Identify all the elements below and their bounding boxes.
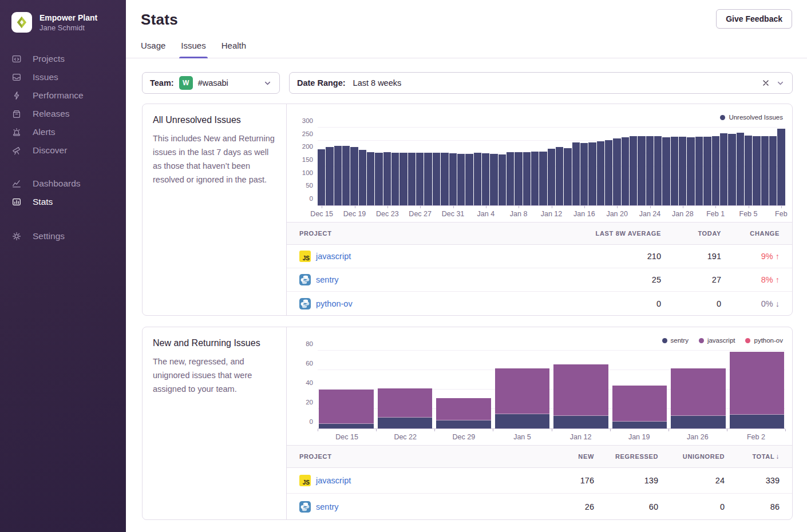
bar bbox=[556, 147, 563, 205]
project-link-sentry[interactable]: sentry bbox=[316, 502, 339, 511]
project-link-sentry[interactable]: sentry bbox=[316, 275, 339, 284]
new-returning-issues-table: PROJECTNEWREGRESSEDUNIGNOREDTOTAL↓JSjava… bbox=[287, 445, 792, 519]
sidebar-item-dashboards[interactable]: Dashboards bbox=[0, 174, 126, 193]
column-header-new: NEW bbox=[540, 453, 594, 460]
sidebar-item-settings[interactable]: Settings bbox=[0, 227, 126, 245]
tab-issues[interactable]: Issues bbox=[181, 41, 205, 58]
bar-segment-sentry bbox=[553, 416, 608, 428]
x-tick bbox=[318, 429, 318, 431]
x-tick bbox=[749, 206, 749, 208]
project-link-python-ov[interactable]: python-ov bbox=[316, 299, 353, 308]
legend-item-unresolved-issues[interactable]: Unresolved Issues bbox=[720, 114, 783, 121]
bar bbox=[630, 136, 637, 205]
bar bbox=[597, 141, 604, 205]
x-tick bbox=[387, 206, 388, 208]
chevron-down-icon[interactable] bbox=[776, 79, 785, 88]
tab-health[interactable]: Health bbox=[221, 41, 246, 58]
nav-group: ProjectsIssuesPerformanceReleasesAlertsD… bbox=[0, 46, 126, 163]
bar bbox=[580, 143, 588, 205]
sidebar-item-issues[interactable]: Issues bbox=[0, 68, 126, 86]
y-axis-label: 0 bbox=[310, 195, 313, 202]
sidebar-item-performance[interactable]: Performance bbox=[0, 86, 126, 105]
stacked-bar-series bbox=[319, 348, 784, 428]
bar bbox=[318, 149, 325, 205]
bar-segment-javascript bbox=[730, 352, 785, 415]
bar-segment-sentry bbox=[612, 422, 667, 428]
bar bbox=[605, 140, 612, 205]
python-project-icon bbox=[299, 298, 311, 309]
legend-dot bbox=[720, 115, 725, 120]
sidebar-item-projects[interactable]: Projects bbox=[0, 50, 126, 68]
table-header-row: PROJECTNEWREGRESSEDUNIGNOREDTOTAL↓ bbox=[287, 445, 792, 468]
bar-segment-sentry bbox=[319, 424, 374, 429]
bar bbox=[712, 136, 719, 205]
clear-icon[interactable] bbox=[761, 78, 770, 88]
bar bbox=[769, 136, 777, 205]
bar bbox=[433, 153, 440, 205]
bar bbox=[457, 154, 465, 205]
value-cell: 26 bbox=[540, 502, 594, 511]
project-link-javascript[interactable]: javascript bbox=[316, 476, 351, 485]
legend-label: python-ov bbox=[754, 337, 783, 344]
main-area: Stats Give Feedback UsageIssuesHealth Te… bbox=[126, 0, 807, 532]
table-row-javascript: JSjavascript2101919% ↑ bbox=[287, 245, 792, 268]
nav-group: Settings bbox=[0, 224, 126, 249]
x-axis-label: Jan 4 bbox=[477, 210, 495, 218]
sidebar-item-stats[interactable]: Stats bbox=[0, 193, 126, 211]
legend-item-sentry[interactable]: sentry bbox=[662, 337, 689, 344]
legend-item-javascript[interactable]: javascript bbox=[699, 337, 735, 344]
value-cell: 0 bbox=[658, 502, 725, 511]
unresolved-issues-panel: All Unresolved Issues This includes New … bbox=[142, 104, 793, 316]
stacked-bar-jan-26 bbox=[671, 368, 726, 428]
bar bbox=[777, 129, 785, 205]
page-title: Stats bbox=[141, 11, 792, 29]
x-tick bbox=[617, 206, 618, 208]
issues-icon bbox=[11, 72, 22, 82]
bar-segment-sentry bbox=[730, 415, 785, 428]
stacked-bar-jan-19 bbox=[612, 386, 667, 428]
bar bbox=[728, 134, 735, 205]
bar bbox=[342, 146, 350, 205]
x-tick bbox=[781, 206, 782, 208]
legend-item-python-ov[interactable]: python-ov bbox=[745, 337, 783, 344]
bar bbox=[531, 152, 539, 205]
sidebar-item-discover[interactable]: Discover bbox=[0, 141, 126, 160]
x-axis-label: Dec 15 bbox=[335, 433, 358, 441]
tab-usage[interactable]: Usage bbox=[141, 41, 165, 58]
table-row-python-ov: python-ov000% ↓ bbox=[287, 292, 792, 315]
project-link-javascript[interactable]: javascript bbox=[316, 252, 351, 261]
bar-segment-sentry bbox=[671, 416, 726, 428]
team-avatar: W bbox=[179, 76, 193, 90]
value-cell: 139 bbox=[594, 476, 658, 485]
sidebar-item-alerts[interactable]: Alerts bbox=[0, 123, 126, 141]
x-tick bbox=[610, 429, 611, 431]
table-header-row: PROJECTLAST 8W AVERAGETODAYCHANGE bbox=[287, 222, 792, 245]
alerts-icon bbox=[11, 127, 22, 137]
team-select[interactable]: Team: W #wasabi bbox=[142, 72, 280, 94]
team-value: #wasabi bbox=[198, 78, 228, 88]
org-switcher[interactable]: Empower Plant Jane Schmidt bbox=[0, 0, 126, 41]
date-range-select[interactable]: Date Range: Last 8 weeks bbox=[289, 72, 793, 94]
sidebar-item-label: Discover bbox=[33, 145, 67, 156]
bar bbox=[523, 152, 531, 205]
bar bbox=[326, 147, 333, 205]
give-feedback-button[interactable]: Give Feedback bbox=[716, 9, 792, 29]
project-cell: sentry bbox=[299, 501, 540, 513]
panel-description: All Unresolved Issues This includes New … bbox=[143, 104, 287, 315]
sidebar-nav: ProjectsIssuesPerformanceReleasesAlertsD… bbox=[0, 46, 126, 249]
change-cell: 0% ↓ bbox=[721, 299, 780, 308]
sidebar-item-label: Stats bbox=[33, 197, 53, 207]
sidebar-item-releases[interactable]: Releases bbox=[0, 105, 126, 123]
sidebar: Empower Plant Jane Schmidt ProjectsIssue… bbox=[0, 0, 126, 532]
sidebar-item-label: Releases bbox=[33, 109, 70, 119]
value-cell: 339 bbox=[725, 476, 780, 485]
bar bbox=[761, 136, 769, 205]
column-header-total[interactable]: TOTAL↓ bbox=[725, 452, 780, 460]
x-tick bbox=[668, 429, 669, 431]
chevron-down-icon[interactable] bbox=[263, 79, 272, 88]
bar bbox=[334, 146, 342, 205]
x-tick bbox=[322, 206, 322, 208]
x-axis-label: Jan 26 bbox=[687, 433, 709, 441]
bar-segment-javascript bbox=[553, 364, 608, 416]
discover-icon bbox=[11, 145, 22, 156]
